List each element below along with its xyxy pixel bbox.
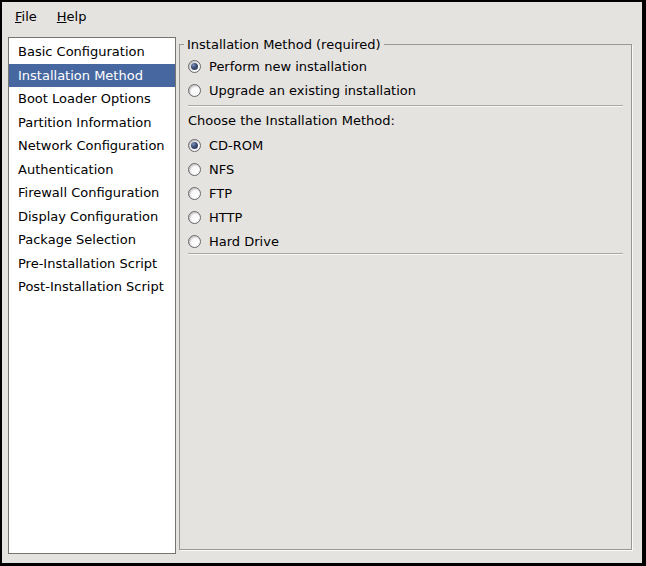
radio-option-label: HTTP (209, 210, 242, 225)
section-list: Basic Configuration Installation Method … (8, 37, 176, 554)
menu-file[interactable]: File (8, 6, 44, 27)
radio-option-http[interactable]: HTTP (188, 205, 623, 229)
menubar: File Help (2, 2, 642, 30)
radio-option-label: FTP (209, 186, 232, 201)
sidebar-item-display-configuration[interactable]: Display Configuration (9, 205, 175, 229)
menu-help-label: Help (57, 9, 87, 24)
separator (188, 253, 623, 255)
radio-option-ftp[interactable]: FTP (188, 181, 623, 205)
radio-option-nfs[interactable]: NFS (188, 157, 623, 181)
method-group-label: Choose the Installation Method: (188, 109, 623, 133)
radio-option-label: Upgrade an existing installation (209, 83, 416, 98)
sidebar-item-pre-installation-script[interactable]: Pre-Installation Script (9, 252, 175, 276)
radio-option-cdrom[interactable]: CD-ROM (188, 133, 623, 157)
sidebar-item-basic-configuration[interactable]: Basic Configuration (9, 40, 175, 64)
kickstart-configurator-window: File Help Basic Configuration Installati… (0, 0, 646, 566)
menu-file-label: File (15, 9, 37, 24)
radio-option-label: Perform new installation (209, 59, 367, 74)
radio-unselected-icon[interactable] (188, 235, 201, 248)
sidebar-item-boot-loader-options[interactable]: Boot Loader Options (9, 87, 175, 111)
radio-option-hard-drive[interactable]: Hard Drive (188, 229, 623, 253)
radio-unselected-icon[interactable] (188, 187, 201, 200)
radio-option-upgrade-existing-installation[interactable]: Upgrade an existing installation (188, 78, 623, 102)
separator (188, 105, 623, 107)
frame-title: Installation Method (required) (184, 37, 384, 52)
sidebar-item-firewall-configuration[interactable]: Firewall Configuration (9, 181, 175, 205)
radio-option-label: Hard Drive (209, 234, 279, 249)
radio-option-label: NFS (209, 162, 234, 177)
sidebar-item-package-selection[interactable]: Package Selection (9, 228, 175, 252)
menu-help[interactable]: Help (50, 6, 94, 27)
radio-unselected-icon[interactable] (188, 163, 201, 176)
radio-selected-icon[interactable] (188, 139, 201, 152)
sidebar-item-network-configuration[interactable]: Network Configuration (9, 134, 175, 158)
radio-option-label: CD-ROM (209, 138, 263, 153)
sidebar-item-post-installation-script[interactable]: Post-Installation Script (9, 275, 175, 299)
radio-option-perform-new-installation[interactable]: Perform new installation (188, 54, 623, 78)
sidebar-item-installation-method[interactable]: Installation Method (9, 64, 175, 88)
sidebar-item-authentication[interactable]: Authentication (9, 158, 175, 182)
sidebar-item-partition-information[interactable]: Partition Information (9, 111, 175, 135)
radio-unselected-icon[interactable] (188, 211, 201, 224)
radio-selected-icon[interactable] (188, 60, 201, 73)
radio-unselected-icon[interactable] (188, 84, 201, 97)
installation-method-frame: Installation Method (required) Perform n… (179, 44, 632, 550)
